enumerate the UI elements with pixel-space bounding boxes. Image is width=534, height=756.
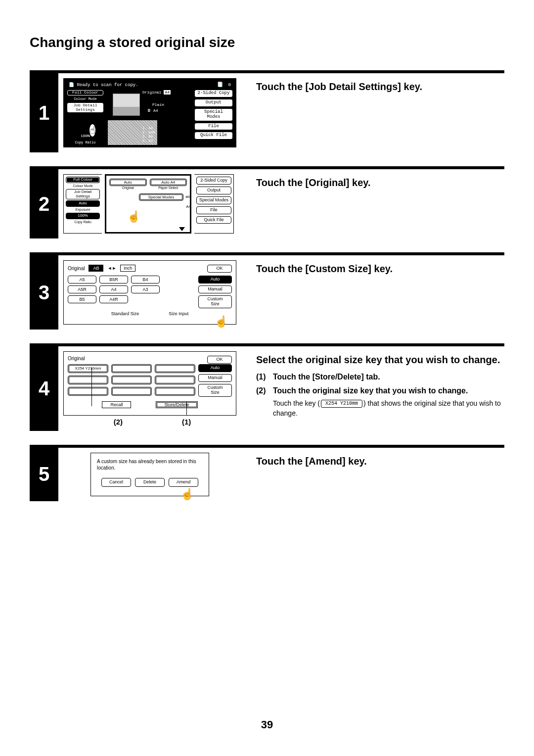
copy-ratio-label: Copy Ratio — [66, 220, 100, 224]
job-detail-settings-button[interactable]: Job Detail Settings — [67, 102, 104, 113]
step-5-number: 5 — [30, 448, 58, 501]
special-modes-button[interactable]: Special Modes — [139, 193, 183, 201]
step-1-screenshot: Ready to scan for copy. 0 Full Colour Co… — [63, 78, 236, 147]
recall-tab[interactable]: Recall — [102, 401, 131, 408]
ok-button[interactable]: OK — [207, 356, 232, 364]
auto-button[interactable]: Auto — [198, 364, 232, 372]
paper-select-button[interactable]: Auto A4 — [150, 179, 187, 186]
cancel-button[interactable]: Cancel — [101, 478, 131, 487]
full-colour-button[interactable]: Full Colour — [67, 90, 104, 96]
empty-slot-button[interactable] — [155, 387, 195, 396]
callout-line-icon — [91, 368, 92, 406]
ab-tab[interactable]: AB — [89, 265, 103, 272]
step-4-desc: Select the original size key that you wi… — [256, 353, 504, 366]
manual-button[interactable]: Manual — [198, 285, 232, 293]
sub-1-text: Touch the [Store/Delete] tab. — [273, 371, 504, 383]
paper-select-label: Paper Select — [150, 186, 187, 189]
sub-1-number: (1) — [256, 371, 273, 383]
output-button[interactable]: Output — [194, 99, 233, 107]
quick-file-button[interactable]: Quick File — [194, 132, 233, 140]
size-input-tab[interactable]: Size Input — [169, 311, 188, 316]
size-b5-button[interactable]: B5 — [68, 295, 96, 303]
special-modes-button[interactable]: Special Modes — [194, 108, 233, 121]
tray-4: 4. A3 — [142, 139, 155, 143]
original-label: Original — [142, 90, 161, 94]
dropdown-arrow-icon — [179, 227, 185, 231]
copier-image — [113, 94, 140, 116]
store-delete-tab[interactable]: Store/Delete — [156, 401, 197, 408]
empty-slot-button[interactable] — [111, 376, 152, 384]
step-4: 4 Original OK X254 Y210mm — [30, 343, 504, 431]
sub-2-text: Touch the original size key that you wis… — [273, 386, 468, 395]
output-button[interactable]: Output — [196, 187, 231, 194]
copy-ratio-button[interactable]: 100% — [67, 133, 104, 140]
auto-button[interactable]: Auto — [198, 276, 232, 284]
inch-tab[interactable]: Inch — [120, 265, 135, 272]
detail-pre: Touch the key ( — [273, 399, 320, 407]
delete-button[interactable]: Delete — [135, 478, 165, 487]
annotation-2: (2) — [114, 418, 123, 426]
file-button[interactable]: File — [196, 206, 231, 214]
copy-ratio-button[interactable]: 100% — [66, 213, 100, 219]
size-b4-button[interactable]: B4 — [131, 276, 160, 284]
full-colour-button[interactable]: Full Colour — [66, 177, 100, 183]
size-a4-button[interactable]: A4 — [99, 285, 128, 293]
quick-file-button[interactable]: Quick File — [196, 216, 231, 224]
tray-1: 1. A4 — [142, 126, 155, 130]
step-2-desc: Touch the [Original] key. — [256, 176, 504, 189]
doc-icon — [69, 83, 74, 88]
hand-pointer-icon: ☝ — [180, 488, 194, 501]
amend-button[interactable]: Amend — [169, 478, 198, 487]
colour-mode-label: Colour Mode — [67, 97, 104, 101]
hand-pointer-icon: ☝ — [127, 210, 140, 223]
empty-slot-button[interactable] — [68, 387, 108, 396]
special-modes-button[interactable]: Special Modes — [196, 196, 231, 204]
colour-mode-label: Colour Mode — [66, 184, 100, 188]
original-label: Original — [109, 186, 147, 189]
step-2-screenshot: Full Colour Colour Mode Job Detail Setti… — [63, 174, 236, 234]
step-4-screenshot: Original OK X254 Y210mm — [63, 351, 236, 416]
size-b5r-button[interactable]: B5R — [99, 276, 128, 284]
empty-slot-button[interactable] — [111, 387, 152, 396]
copy-ratio-label: Copy Ratio — [67, 141, 104, 144]
dialog-message: A custom size has already been stored in… — [97, 458, 203, 471]
standard-size-tab[interactable]: Standard Size — [111, 311, 139, 316]
key-chip: X254 Y210mm — [321, 400, 362, 408]
ok-button[interactable]: OK — [207, 265, 232, 273]
ain-label: ain — [185, 194, 191, 199]
two-sided-copy-button[interactable]: 2-Sided Copy — [196, 177, 231, 185]
exposure-auto-button[interactable]: Auto — [66, 200, 100, 207]
two-sided-copy-button[interactable]: 2-Sided Copy — [194, 90, 233, 97]
step-5: 5 A custom size has already been stored … — [30, 445, 504, 501]
step-3: 3 Original AB ◄► Inch OK A5 — [30, 252, 504, 330]
empty-slot-button[interactable] — [155, 376, 195, 384]
callout-line-icon — [186, 401, 187, 415]
a4-label: A4 — [186, 204, 191, 209]
plain-label: Plain — [152, 102, 164, 107]
step-3-screenshot: Original AB ◄► Inch OK A5 B5R B4 — [63, 260, 236, 325]
original-auto-button[interactable]: Auto — [109, 179, 147, 186]
empty-slot-button[interactable] — [155, 364, 195, 373]
custom-size-button[interactable]: Custom Size — [198, 384, 232, 397]
annotation-1: (1) — [182, 418, 191, 426]
original-label: Original — [68, 266, 85, 271]
stored-size-button[interactable]: X254 Y210mm — [68, 364, 108, 373]
step-3-desc: Touch the [Custom Size] key. — [256, 262, 504, 275]
custom-size-button[interactable]: Custom Size — [198, 295, 232, 308]
manual-button[interactable]: Manual — [198, 374, 232, 382]
tray-3: 3. B4 — [142, 135, 155, 139]
exposure-button[interactable] — [67, 114, 104, 121]
size-a5-button[interactable]: A5 — [68, 276, 96, 284]
size-a4r-button[interactable]: A4R — [99, 295, 128, 303]
step-5-screenshot: A custom size has already been stored in… — [90, 453, 209, 496]
empty-slot-button[interactable] — [68, 376, 108, 384]
job-detail-settings-button[interactable]: Job Detail Settings — [66, 189, 100, 200]
empty-slot-button[interactable] — [111, 364, 152, 373]
file-button[interactable]: File — [194, 123, 233, 131]
original-size-box: A4 — [163, 90, 171, 95]
step-3-number: 3 — [30, 255, 58, 330]
size-a5r-button[interactable]: A5R — [68, 285, 96, 293]
hand-pointer-icon: ☝ — [215, 315, 228, 328]
tray-a4-label: A4 — [153, 108, 158, 113]
size-a3-button[interactable]: A3 — [131, 285, 160, 293]
